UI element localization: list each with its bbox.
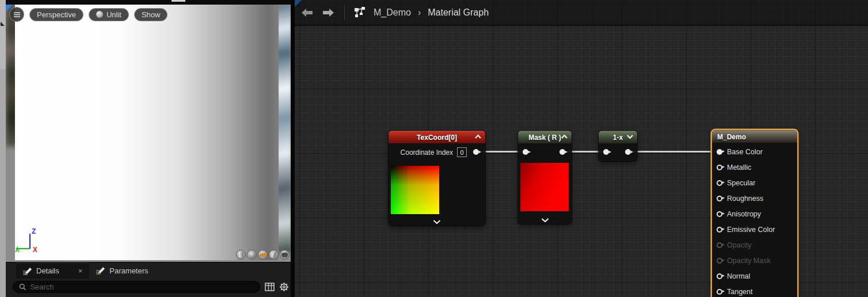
axis-gizmo: Z Y X [13, 227, 43, 256]
material-graph-canvas[interactable]: M_Demo › Material Graph TexCoord[0] Coor… [295, 0, 868, 297]
forward-arrow-icon [322, 9, 334, 17]
node-texcoord-header[interactable]: TexCoord[0] [389, 131, 485, 143]
tab-details-label: Details [36, 266, 59, 275]
normal-pin[interactable] [717, 273, 722, 279]
node-oneminus[interactable]: 1-x [599, 131, 637, 161]
oneminus-input-pin[interactable] [603, 149, 609, 155]
specular-pin[interactable] [717, 180, 722, 186]
tangent-pin[interactable] [717, 289, 722, 295]
pin-label: Anisotropy [727, 210, 761, 218]
forward-button[interactable] [321, 7, 335, 18]
breadcrumb-current[interactable]: Material Graph [428, 7, 489, 18]
node-output-header[interactable]: M_Demo [712, 130, 797, 143]
preview-mesh-toolbar [236, 250, 290, 260]
pin-row-opacity: Opacity [712, 237, 797, 253]
pin-label: Specular [727, 179, 755, 187]
chevron-up-icon[interactable] [561, 135, 568, 139]
mask-preview-swatch [520, 163, 569, 211]
hamburger-icon [13, 11, 21, 18]
pin-label: Normal [727, 272, 750, 280]
view-mode-button[interactable]: Unlit [89, 8, 129, 21]
viewport-options-button[interactable] [9, 7, 24, 22]
node-oneminus-header[interactable]: 1-x [599, 131, 637, 143]
node-mask[interactable]: Mask ( R ) [518, 131, 572, 224]
anisotropy-pin[interactable] [717, 211, 722, 217]
coordinate-index-value[interactable]: 0 [457, 147, 467, 157]
chevron-up-icon[interactable] [475, 135, 481, 139]
preview-viewport[interactable]: Perspective Unlit Show Z Y X [6, 5, 292, 262]
pin-label: Emissive Color [727, 226, 775, 234]
emissive-color-pin[interactable] [717, 227, 722, 233]
pin-row-specular[interactable]: Specular [712, 175, 797, 191]
axis-z-label: Z [32, 227, 36, 235]
node-mask-title: Mask ( R ) [528, 134, 561, 142]
chevron-down-icon[interactable] [541, 218, 549, 222]
metallic-pin[interactable] [717, 165, 722, 170]
pin-label: Roughness [727, 195, 763, 203]
pin-row-base-color[interactable]: Base Color [712, 144, 797, 159]
chevron-down-icon[interactable] [627, 135, 633, 139]
tab-details[interactable]: Details × [16, 262, 89, 279]
breadcrumb-separator-icon: › [418, 7, 421, 18]
details-pencil-icon [23, 267, 32, 275]
material-output-pin-list: Base Color Metallic Specular Roughness A… [712, 143, 797, 297]
pin-label: Tangent [727, 288, 752, 296]
panel-separator[interactable] [291, 0, 295, 297]
node-oneminus-title: 1-x [613, 134, 623, 142]
mesh-custom-button[interactable] [280, 250, 290, 260]
breadcrumb-root[interactable]: M_Demo [374, 7, 411, 18]
node-mask-header[interactable]: Mask ( R ) [518, 131, 572, 143]
tab-close-icon[interactable]: × [78, 266, 83, 275]
pin-label: Base Color [727, 148, 763, 156]
node-texcoord-title: TexCoord[0] [417, 134, 457, 142]
mesh-cylinder-button[interactable] [236, 250, 246, 260]
node-texcoord[interactable]: TexCoord[0] Coordinate Index 0 [389, 131, 485, 226]
details-tab-bar: Details × Parameters [6, 262, 295, 279]
search-box[interactable] [13, 281, 260, 293]
viewport-toolbar: Perspective Unlit Show [9, 7, 167, 22]
roughness-pin[interactable] [717, 196, 722, 201]
top-window-strip [6, 0, 294, 5]
mesh-plane-button-selected[interactable] [258, 250, 268, 260]
mesh-sphere-button[interactable] [247, 250, 257, 260]
perspective-button[interactable]: Perspective [29, 8, 83, 21]
axis-x-label: X [33, 246, 37, 254]
show-button[interactable]: Show [134, 8, 168, 21]
mask-output-pin[interactable] [559, 149, 565, 155]
oneminus-output-pin[interactable] [625, 149, 631, 155]
base-color-pin[interactable] [717, 149, 722, 155]
pin-row-emissive-color[interactable]: Emissive Color [712, 222, 797, 237]
pin-row-normal[interactable]: Normal [712, 268, 797, 284]
perspective-label: Perspective [37, 10, 76, 19]
mask-input-pin[interactable] [523, 149, 528, 155]
chevron-down-icon[interactable] [433, 220, 441, 224]
pin-row-tangent[interactable]: Tangent [712, 284, 797, 297]
material-editor-window: Perspective Unlit Show Z Y X [0, 0, 868, 297]
pin-row-anisotropy[interactable]: Anisotropy [712, 206, 797, 222]
mesh-cube-button[interactable] [269, 250, 279, 260]
texcoord-output-pin[interactable] [473, 149, 479, 155]
search-input[interactable] [30, 283, 254, 291]
tab-edge-highlight [172, 0, 185, 2]
cylinder-icon [239, 252, 243, 258]
display-filter-icon[interactable] [265, 283, 275, 291]
back-button[interactable] [300, 7, 314, 18]
node-output-title: M_Demo [717, 133, 746, 141]
details-panel: Details × Parameters [6, 262, 295, 297]
details-search-row [6, 279, 295, 293]
pin-label: Opacity Mask [727, 257, 771, 265]
pin-row-metallic[interactable]: Metallic [712, 159, 797, 175]
node-material-output[interactable]: M_Demo Base Color Metallic Specular Rou [712, 130, 797, 297]
collapsed-panel-strip [0, 0, 6, 297]
pin-row-roughness[interactable]: Roughness [712, 191, 797, 206]
tab-parameters[interactable]: Parameters [89, 262, 155, 279]
toolbar-divider [344, 5, 345, 20]
settings-gear-icon[interactable] [279, 282, 289, 292]
axis-y-label: Y [15, 245, 20, 253]
coordinate-index-row: Coordinate Index 0 [401, 147, 467, 157]
plane-icon [258, 253, 267, 257]
pin-label: Metallic [727, 163, 751, 172]
search-icon [19, 283, 26, 291]
wire-oneminus-to-basecolor [631, 151, 719, 153]
sphere-icon [249, 252, 256, 258]
